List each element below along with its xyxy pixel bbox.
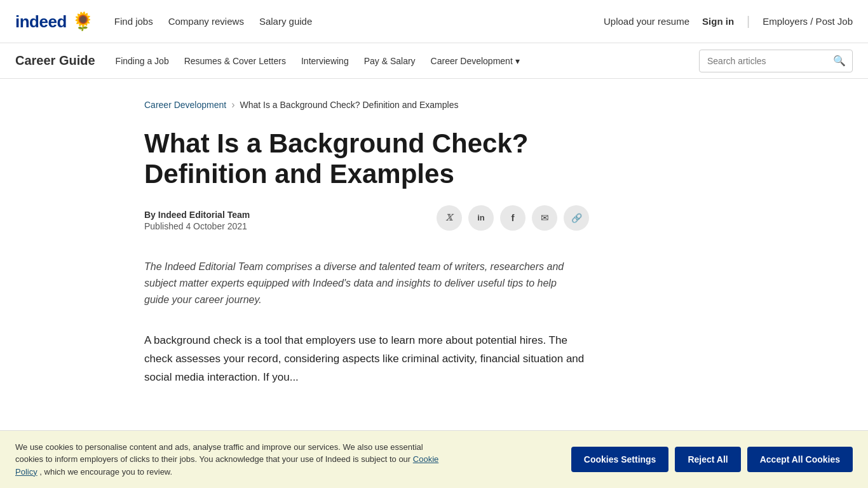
breadcrumb-parent-link[interactable]: Career Development: [144, 100, 226, 110]
finding-a-job-link[interactable]: Finding a Job: [116, 56, 169, 66]
breadcrumb-separator: ›: [231, 99, 234, 111]
share-email-button[interactable]: ✉: [532, 205, 557, 231]
sign-in-button[interactable]: Sign in: [702, 16, 734, 27]
share-facebook-button[interactable]: f: [500, 205, 526, 231]
article-body: A background check is a tool that employ…: [144, 332, 589, 387]
article-body-preview: A background check is a tool that employ…: [144, 332, 589, 387]
breadcrumb: Career Development › What Is a Backgroun…: [144, 99, 724, 111]
career-nav-links: Finding a Job Resumes & Cover Letters In…: [116, 56, 520, 66]
find-jobs-link[interactable]: Find jobs: [114, 16, 153, 27]
author-bio: The Indeed Editorial Team comprises a di…: [144, 259, 576, 309]
resumes-cover-letters-link[interactable]: Resumes & Cover Letters: [184, 56, 286, 66]
linkedin-icon: in: [477, 213, 485, 222]
logo-area: indeed 🌻: [15, 11, 94, 32]
article-title: What Is a Background Check? Definition a…: [144, 128, 589, 190]
career-development-dropdown[interactable]: Career Development ▾: [431, 56, 520, 66]
career-guide-title: Career Guide: [15, 53, 95, 68]
search-icon: 🔍: [833, 55, 846, 66]
indeed-logo: indeed: [15, 11, 67, 32]
chevron-down-icon: ▾: [515, 56, 520, 66]
email-icon: ✉: [541, 212, 549, 224]
salary-guide-link[interactable]: Salary guide: [259, 16, 312, 27]
search-button[interactable]: 🔍: [827, 55, 852, 67]
share-linkedin-button[interactable]: in: [468, 205, 494, 231]
top-nav-links: Find jobs Company reviews Salary guide: [114, 16, 312, 27]
author-name: By Indeed Editorial Team: [144, 210, 250, 220]
upload-resume-link[interactable]: Upload your resume: [604, 16, 689, 27]
nav-divider: |: [747, 14, 750, 29]
career-guide-nav: Career Guide Finding a Job Resumes & Cov…: [0, 43, 868, 79]
twitter-icon: 𝕏: [446, 212, 453, 223]
pay-salary-link[interactable]: Pay & Salary: [364, 56, 416, 66]
interviewing-link[interactable]: Interviewing: [301, 56, 349, 66]
breadcrumb-current: What Is a Background Check? Definition a…: [240, 100, 459, 110]
share-buttons: 𝕏 in f ✉ 🔗: [437, 205, 589, 231]
facebook-icon: f: [512, 212, 515, 223]
top-nav-right: Upload your resume Sign in | Employers /…: [604, 14, 853, 29]
author-row: By Indeed Editorial Team Published 4 Oct…: [144, 210, 250, 231]
publish-date: Published 4 October 2021: [144, 221, 250, 231]
career-nav-left: Career Guide Finding a Job Resumes & Cov…: [15, 53, 520, 68]
search-input[interactable]: [700, 56, 827, 66]
top-nav: indeed 🌻 Find jobs Company reviews Salar…: [0, 0, 868, 43]
share-link-button[interactable]: 🔗: [564, 205, 589, 231]
search-box: 🔍: [699, 50, 853, 72]
main-content: Career Development › What Is a Backgroun…: [129, 79, 739, 407]
top-nav-left: indeed 🌻 Find jobs Company reviews Salar…: [15, 11, 312, 32]
company-reviews-link[interactable]: Company reviews: [168, 16, 244, 27]
employers-post-job-link[interactable]: Employers / Post Job: [763, 16, 853, 27]
meta-share-row: By Indeed Editorial Team Published 4 Oct…: [144, 205, 589, 246]
share-twitter-button[interactable]: 𝕏: [437, 205, 462, 231]
link-icon: 🔗: [571, 213, 582, 223]
sunflower-icon: 🌻: [72, 11, 94, 32]
